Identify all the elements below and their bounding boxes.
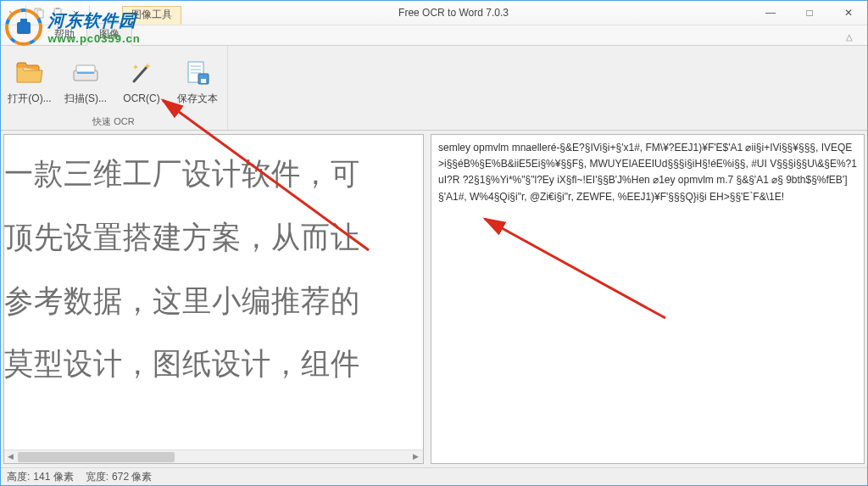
preview-text-line: 顶先设置搭建方案，从而让 [4, 204, 423, 271]
status-bar: 高度: 141 像素 宽度: 672 像素 [0, 467, 868, 486]
ribbon-group-label: 快速 OCR [92, 115, 135, 128]
ocr-label: OCR(C) [123, 92, 159, 104]
svg-rect-3 [56, 8, 59, 9]
close-button[interactable]: ✕ [829, 0, 868, 25]
qat-dropdown-icon[interactable] [5, 5, 20, 20]
horizontal-scrollbar[interactable]: ◀ ▶ [4, 450, 423, 463]
ocr-button[interactable]: OCR(C) [117, 49, 166, 114]
scroll-track[interactable] [18, 450, 409, 464]
save-label: 保存文本 [177, 92, 218, 106]
svg-rect-6 [77, 72, 94, 74]
tab-image[interactable]: 图像 [86, 23, 132, 46]
copy-icon[interactable] [31, 5, 47, 20]
tab-help[interactable]: 帮助 [42, 24, 86, 45]
scroll-right-icon[interactable]: ▶ [409, 450, 423, 464]
status-width-value: 672 像素 [112, 470, 152, 484]
open-button[interactable]: 打开(O)... [5, 49, 54, 114]
main-split: 一款三维工厂设计软件，可 顶先设置搭建方案，从而让 参考数据，这里小编推荐的 莫… [0, 131, 868, 467]
save-text-button[interactable]: 保存文本 [173, 49, 222, 114]
preview-text-line: 参考数据，这里小编推荐的 [4, 267, 423, 334]
status-width-label: 宽度: [86, 470, 108, 484]
ribbon-tab-bar: 帮助 图像 △ [0, 25, 868, 46]
magic-wand-icon [126, 59, 157, 89]
paste-icon[interactable] [50, 5, 65, 20]
folder-open-icon [14, 58, 45, 88]
ribbon-group-quick-ocr: 打开(O)... 扫描(S)... OCR(C) 保存文本 快 [0, 46, 228, 130]
svg-rect-2 [54, 8, 61, 17]
scanner-icon [70, 58, 101, 88]
scan-button[interactable]: 扫描(S)... [61, 49, 110, 114]
minimize-button[interactable]: — [751, 0, 790, 25]
status-height-label: 高度: [7, 470, 30, 484]
preview-text-line: 一款三维工厂设计软件，可 [4, 140, 423, 207]
maximize-button[interactable]: □ [790, 0, 829, 25]
scroll-thumb[interactable] [18, 452, 175, 462]
title-bar: 图像工具 Free OCR to Word 7.0.3 — □ ✕ [0, 0, 868, 25]
image-preview-pane[interactable]: 一款三维工厂设计软件，可 顶先设置搭建方案，从而让 参考数据，这里小编推荐的 莫… [3, 134, 424, 464]
window-title: Free OCR to Word 7.0.3 [181, 7, 751, 19]
scroll-left-icon[interactable]: ◀ [4, 450, 18, 464]
qat-more-icon[interactable] [69, 5, 84, 20]
collapse-ribbon-icon[interactable]: △ [839, 32, 860, 45]
svg-rect-13 [201, 79, 206, 83]
separator [25, 5, 26, 20]
open-label: 打开(O)... [8, 92, 51, 106]
ocr-text-pane[interactable]: semley opmvlm mnaelleré-§&E?§IVi§i+§'x1#… [431, 134, 865, 464]
window-controls: — □ ✕ [751, 0, 868, 25]
contextual-tab-label[interactable]: 图像工具 [122, 6, 181, 25]
status-height-value: 141 像素 [33, 470, 73, 484]
quick-access-toolbar [0, 5, 97, 20]
ribbon: 打开(O)... 扫描(S)... OCR(C) 保存文本 快 [0, 46, 868, 131]
scan-label: 扫描(S)... [64, 92, 107, 106]
svg-rect-5 [76, 65, 95, 72]
separator [89, 5, 90, 20]
preview-text-line: 莫型设计，图纸设计，组件 [4, 331, 423, 398]
save-document-icon [182, 58, 213, 88]
ocr-output-text[interactable]: semley opmvlm mnaelleré-§&E?§IVi§i+§'x1#… [438, 140, 857, 205]
svg-rect-1 [37, 10, 43, 18]
